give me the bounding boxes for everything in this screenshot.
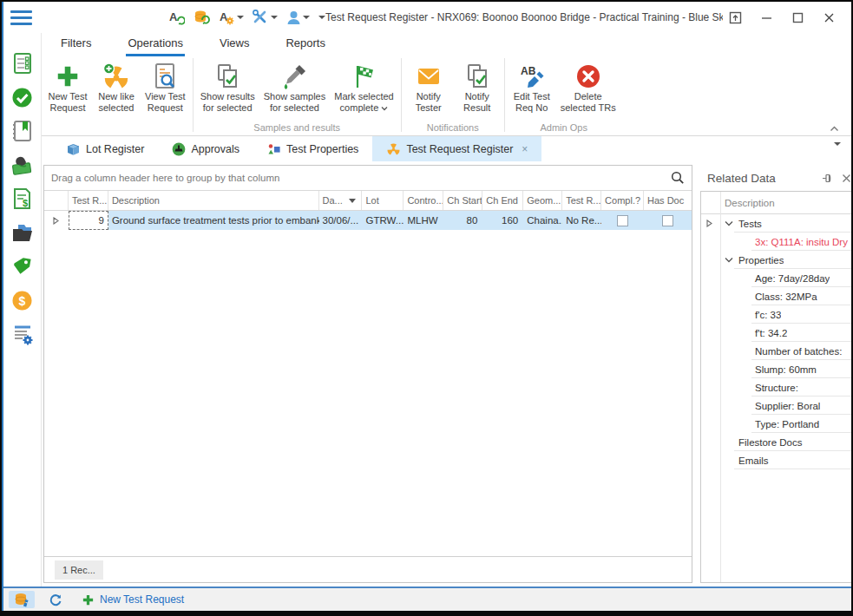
search-icon[interactable] (671, 171, 685, 185)
header-geometry[interactable]: Geom... (523, 191, 562, 210)
tab-test-request-register[interactable]: Test Request Register × (372, 136, 541, 161)
tab-close-icon[interactable]: × (522, 143, 528, 155)
tree-item-supplier[interactable]: Supplier: Boral (701, 396, 853, 415)
cell-description[interactable]: Ground surface treatment tests prior to … (108, 211, 319, 230)
view-test-request-button[interactable]: View TestRequest (141, 61, 190, 115)
complete-checkbox[interactable] (617, 215, 628, 226)
new-like-selected-button[interactable]: New likeselected (92, 61, 141, 115)
pages-check-icon (463, 62, 491, 91)
cell-control-line[interactable]: MLHW (404, 211, 443, 230)
header-lot[interactable]: Lot (362, 191, 404, 210)
header-has-doc[interactable]: Has Doc (644, 191, 692, 210)
sidebar-item-invoice[interactable]: $ (10, 187, 36, 210)
has-doc-checkbox[interactable] (662, 215, 673, 226)
tree-item-slump[interactable]: Slump: 60mm (701, 360, 853, 378)
letter-a-refresh-icon: A (168, 10, 185, 25)
sidebar-item-table-settings[interactable] (10, 323, 36, 345)
apply-refresh-button[interactable]: A (168, 10, 185, 25)
sidebar-item-register-book[interactable] (10, 120, 36, 142)
radiation-plus-icon (102, 62, 130, 91)
show-samples-for-selected-button[interactable]: Show samplesfor selected (259, 61, 331, 115)
tree-item-class[interactable]: Class: 32MPa (701, 287, 853, 305)
notebook-bookmark-icon (11, 120, 33, 142)
record-count-badge[interactable]: 1 Rec... (55, 560, 103, 580)
tools-menu-button[interactable] (253, 10, 278, 25)
tab-test-properties[interactable]: Test Properties (253, 136, 372, 161)
group-by-hint: Drag a column header here to group by th… (51, 173, 671, 183)
cell-geometry[interactable]: Chaina... (523, 211, 562, 230)
tree-item-age[interactable]: Age: 7day/28day (701, 269, 853, 287)
header-description[interactable]: Description (108, 191, 319, 210)
notify-tester-button[interactable]: NotifyTester (404, 61, 453, 115)
chevron-down-icon[interactable] (725, 257, 733, 263)
tree-item-ft[interactable]: f't: 34.2 (701, 324, 853, 342)
cell-ch-start[interactable]: 80 (443, 211, 482, 230)
group-by-bar[interactable]: Drag a column header here to group by th… (44, 166, 692, 191)
database-refresh-button[interactable] (194, 10, 210, 25)
delete-selected-trs-button[interactable]: Deleteselected TRs (556, 61, 620, 115)
header-control-line[interactable]: Contro... (404, 191, 443, 210)
header-complete[interactable]: Compl.? (601, 191, 644, 210)
close-panel-button[interactable] (837, 169, 853, 187)
database-edit-icon (14, 593, 30, 607)
row-expander[interactable] (44, 211, 69, 230)
cell-ch-end[interactable]: 160 (482, 211, 523, 230)
sidebar-item-lot-handover[interactable] (10, 154, 36, 176)
sidebar-item-checklist[interactable] (10, 52, 36, 75)
sidebar-item-payments[interactable]: $ (10, 289, 36, 311)
show-results-for-selected-button[interactable]: Show resultsfor selected (196, 61, 259, 115)
cell-lot[interactable]: GTRW... (362, 211, 404, 230)
ribbon-tab-filters[interactable]: Filters (59, 33, 93, 56)
tree-item-number-of-batches[interactable]: Number of batches: (701, 342, 853, 360)
close-button[interactable] (817, 6, 841, 29)
hamburger-menu-button[interactable] (3, 4, 38, 30)
tree-item-type[interactable]: Type: Portland (701, 415, 853, 433)
shapes-icon (267, 142, 281, 156)
tree-item-test-q111a[interactable]: 3x: Q111A: insitu Dry ... (701, 233, 853, 251)
user-menu-button[interactable] (286, 10, 310, 25)
document-tab-bar: Lot Register Approvals Test Properties (42, 136, 851, 161)
pending-edits-button[interactable] (9, 591, 35, 608)
tab-approvals[interactable]: Approvals (158, 136, 253, 161)
tab-lot-register[interactable]: Lot Register (52, 136, 158, 161)
sidebar-item-approvals[interactable] (10, 86, 36, 108)
maximize-button[interactable] (785, 6, 810, 29)
sidebar-item-tags[interactable] (10, 255, 36, 278)
mark-selected-complete-button[interactable]: Mark selectedcomplete (330, 61, 397, 115)
ribbon-tab-reports[interactable]: Reports (284, 33, 327, 56)
minimize-button[interactable] (754, 6, 778, 29)
edit-test-req-no-button[interactable]: AB Edit TestReq No (508, 61, 556, 115)
notify-result-button[interactable]: NotifyResult (453, 61, 502, 115)
new-test-request-button[interactable]: New TestRequest (43, 61, 92, 115)
tree-item-structure[interactable]: Structure: (701, 378, 853, 396)
table-row[interactable]: 9 Ground surface treatment tests prior t… (44, 211, 692, 230)
tree-item-fc[interactable]: f'c: 33 (701, 305, 853, 324)
related-column-header[interactable]: Description (701, 192, 853, 214)
apply-settings-menu-button[interactable]: A (219, 10, 244, 25)
tree-node-filestore-docs[interactable]: Filestore Docs (701, 433, 853, 451)
header-date[interactable]: Da... (319, 191, 363, 210)
chevron-down-icon[interactable] (725, 220, 733, 226)
header-test-req-no[interactable]: Test R... (69, 191, 108, 210)
ribbon-tab-operations[interactable]: Operations (126, 33, 185, 56)
tree-node-emails[interactable]: Emails (701, 451, 853, 469)
refresh-button[interactable] (49, 593, 62, 606)
tab-list-dropdown-button[interactable] (834, 146, 841, 161)
cell-test-req-no[interactable]: 9 (69, 211, 108, 230)
ribbon-tab-views[interactable]: Views (218, 33, 251, 56)
new-test-request-link[interactable]: New Test Request (82, 593, 184, 606)
float-window-button[interactable] (723, 6, 747, 29)
row-expander-icon[interactable] (706, 220, 712, 227)
tree-node-tests[interactable]: Tests (701, 214, 853, 233)
qat-customize-button[interactable] (318, 16, 325, 19)
header-test-result[interactable]: Test R... (562, 191, 601, 210)
tree-node-properties[interactable]: Properties (701, 251, 853, 269)
collapse-ribbon-button[interactable] (830, 126, 839, 132)
sidebar-item-documents[interactable] (10, 221, 36, 244)
cell-date[interactable]: 30/06/... (319, 211, 363, 230)
rename-pencil-icon: AB (518, 62, 546, 91)
header-ch-end[interactable]: Ch End (482, 191, 523, 210)
header-ch-start[interactable]: Ch Start (443, 191, 482, 210)
pin-panel-button[interactable] (818, 169, 837, 187)
cell-test-result[interactable]: No Re... (562, 211, 601, 230)
